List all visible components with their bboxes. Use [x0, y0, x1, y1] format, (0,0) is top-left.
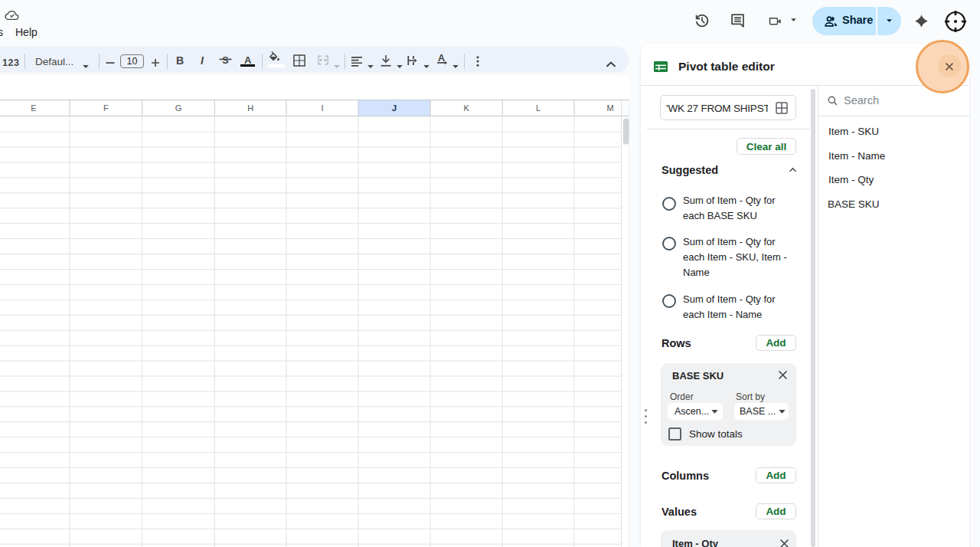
svg-text:M: M [606, 103, 613, 113]
svg-text:A: A [438, 53, 445, 64]
svg-text:E: E [31, 103, 36, 113]
svg-text:H: H [247, 103, 253, 113]
svg-text:F: F [103, 103, 109, 113]
svg-text:L: L [536, 103, 541, 113]
svg-text:I: I [321, 103, 323, 113]
svg-text:S: S [222, 55, 228, 66]
svg-text:G: G [175, 103, 182, 113]
svg-text:K: K [463, 103, 469, 113]
svg-text:J: J [392, 103, 397, 113]
